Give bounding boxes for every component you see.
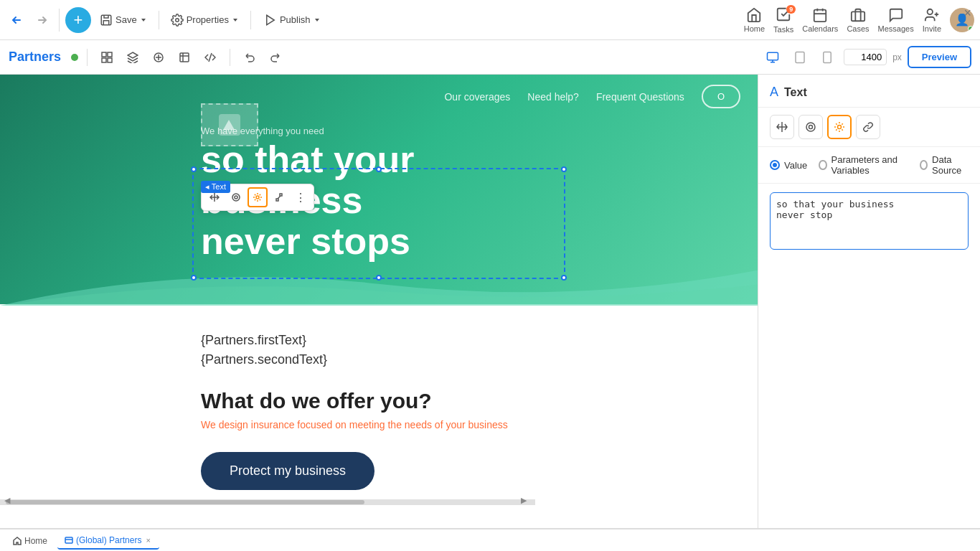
hero-text-area: We have everything you need so that your… xyxy=(0,118,758,277)
nav-invite[interactable]: Invite xyxy=(923,7,941,33)
svg-point-29 xyxy=(809,126,813,129)
panel-header: A Text xyxy=(758,75,980,108)
source-radio-label: Data Source xyxy=(932,154,969,176)
params-radio-circle xyxy=(819,160,826,170)
panel-style-btn[interactable] xyxy=(798,115,823,139)
width-input[interactable] xyxy=(844,49,887,65)
h-scrollbar-thumb[interactable] xyxy=(6,500,364,504)
code-btn[interactable] xyxy=(199,47,221,68)
text-element-tag: ◂ Text xyxy=(201,181,230,193)
svg-point-28 xyxy=(806,123,815,131)
svg-rect-12 xyxy=(108,52,112,57)
desktop-view-btn[interactable] xyxy=(762,47,783,68)
elem-settings-btn[interactable] xyxy=(248,187,268,207)
scroll-arrow-right[interactable]: ▶ xyxy=(518,496,529,505)
navigation-btn[interactable] xyxy=(148,47,169,68)
redo-btn[interactable] xyxy=(265,47,286,68)
protect-button[interactable]: Protect my business xyxy=(201,452,374,490)
svg-rect-16 xyxy=(180,53,189,62)
save-button[interactable]: Save xyxy=(94,11,153,29)
forward-icon[interactable] xyxy=(30,9,53,32)
panel-icon-row xyxy=(758,108,980,147)
toolbar-right: px Preview xyxy=(762,46,971,68)
panel-radio-row: Value Parameters and Variables Data Sour… xyxy=(758,147,980,184)
calendars-nav-label: Calendars xyxy=(802,24,838,33)
nav-home[interactable]: Home xyxy=(744,7,765,33)
nav-help[interactable]: Need help? xyxy=(527,91,579,103)
add-button[interactable]: + xyxy=(65,7,91,33)
hero-nav-cta-btn[interactable]: O xyxy=(702,85,740,108)
cases-nav-label: Cases xyxy=(847,24,869,33)
params-radio[interactable]: Parameters and Variables xyxy=(819,154,908,176)
svg-rect-3 xyxy=(814,9,826,22)
vars-line2: {Partners.secondText} xyxy=(201,352,557,367)
hero-title-line2: never stops xyxy=(201,220,410,262)
back-icon[interactable] xyxy=(6,9,29,32)
spacer xyxy=(201,372,557,389)
nav-calendars[interactable]: Calendars xyxy=(802,7,838,33)
home-tab-label: Home xyxy=(24,536,47,546)
source-radio-circle xyxy=(920,160,928,170)
scroll-arrow-left[interactable]: ◀ xyxy=(1,496,13,505)
panel-link-btn[interactable] xyxy=(856,115,880,139)
logo-placeholder xyxy=(201,103,258,146)
h-scrollbar-track xyxy=(0,499,535,505)
top-toolbar: + Save Properties Publish xyxy=(0,0,980,40)
offer-subtitle-highlight: meeting xyxy=(349,419,385,430)
publish-label: Publish xyxy=(280,14,311,25)
svg-point-27 xyxy=(256,196,259,199)
undo-btn[interactable] xyxy=(239,47,260,68)
value-radio[interactable]: Value xyxy=(770,160,807,171)
nav-coverages[interactable]: Our coverages xyxy=(444,91,510,103)
white-section: {Partners.firstText} {Partners.secondTex… xyxy=(0,304,758,519)
source-radio[interactable]: Data Source xyxy=(920,154,969,176)
svg-point-25 xyxy=(232,194,240,201)
svg-marker-2 xyxy=(267,15,275,25)
bottom-bar: Home (Global) Partners × xyxy=(0,529,980,551)
value-radio-circle xyxy=(770,160,780,170)
tab-home[interactable]: Home xyxy=(6,533,55,549)
main-area: Our coverages Need help? Frequent Questi… xyxy=(0,75,980,528)
params-radio-label: Parameters and Variables xyxy=(831,154,909,176)
nav-tasks[interactable]: 9 Tasks xyxy=(773,6,793,34)
canvas-inner: Our coverages Need help? Frequent Questi… xyxy=(0,75,758,528)
nav-faq[interactable]: Frequent Questions xyxy=(596,91,684,103)
more-dots-icon: ⋮ xyxy=(295,191,306,204)
panel-move-btn[interactable] xyxy=(770,115,794,139)
panel-text-icon: A xyxy=(770,85,778,100)
layers-btn[interactable] xyxy=(122,47,143,68)
home-nav-label: Home xyxy=(744,24,765,33)
resize-btn[interactable] xyxy=(174,47,195,68)
tablet-view-btn[interactable] xyxy=(789,47,811,68)
elem-link-btn[interactable] xyxy=(269,187,289,207)
svg-rect-7 xyxy=(852,11,864,21)
svg-rect-11 xyxy=(102,52,106,57)
nav-messages[interactable]: Messages xyxy=(878,7,914,33)
right-nav: Home 9 Tasks Calendars Cases xyxy=(744,6,974,34)
plus-icon: + xyxy=(74,11,83,29)
text-value-input[interactable]: so that your business never stop xyxy=(770,192,969,250)
invite-nav-label: Invite xyxy=(923,24,941,33)
nav-group xyxy=(6,9,60,32)
svg-rect-17 xyxy=(768,52,778,60)
tab-close-btn[interactable]: × xyxy=(144,535,151,545)
hero-wave xyxy=(0,263,758,306)
nav-cases[interactable]: Cases xyxy=(847,7,869,33)
vars-line1: {Partners.firstText} xyxy=(201,333,557,348)
properties-button[interactable]: Properties xyxy=(165,11,245,29)
canvas: Our coverages Need help? Frequent Questi… xyxy=(0,75,758,528)
bottom-tabs-wrapper: Home (Global) Partners × xyxy=(0,528,980,551)
px-unit-label: px xyxy=(892,52,902,62)
elem-more-btn[interactable]: ⋮ xyxy=(291,187,311,207)
mobile-view-btn[interactable] xyxy=(816,47,838,68)
page-status-dot xyxy=(71,54,78,61)
publish-button[interactable]: Publish xyxy=(257,11,328,29)
text-tag-label: ◂ Text xyxy=(205,182,226,191)
svg-point-8 xyxy=(927,9,932,14)
tab-global-partners[interactable]: (Global) Partners × xyxy=(57,532,159,550)
offer-subtitle-end: the needs of your business xyxy=(385,419,508,430)
separator-1 xyxy=(87,49,88,66)
preview-button[interactable]: Preview xyxy=(908,46,971,68)
grid-layout-btn[interactable] xyxy=(96,47,118,68)
panel-settings-btn[interactable] xyxy=(827,115,852,139)
